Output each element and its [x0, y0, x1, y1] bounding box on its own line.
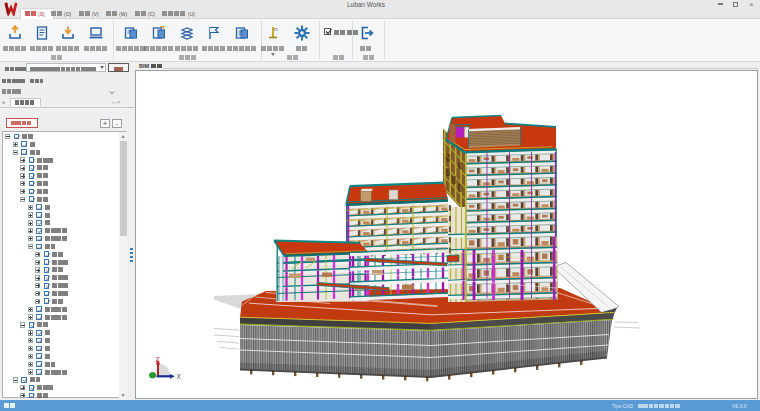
svg-text:X: X [177, 373, 182, 380]
svg-text:Z: Z [156, 356, 160, 363]
